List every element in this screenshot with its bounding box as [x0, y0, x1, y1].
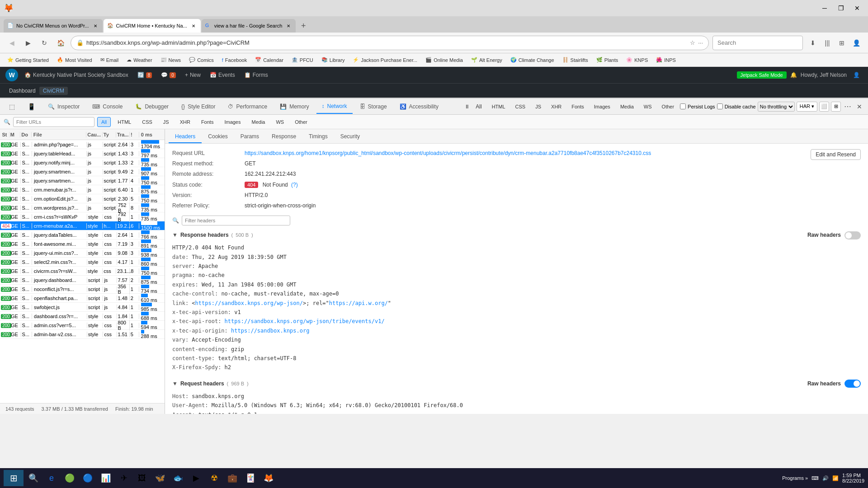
- wp-events[interactable]: 📅 Events: [207, 72, 238, 78]
- network-item-4[interactable]: 200 GE S... jquery.smartmen... js script…: [0, 167, 165, 176]
- js-filter[interactable]: JS: [531, 102, 545, 112]
- bookmark-jackson[interactable]: ⚡ Jackson Purchase Ener...: [349, 55, 421, 66]
- tab-memory[interactable]: 💾 Memory: [274, 99, 314, 114]
- taskbar-icon-9[interactable]: ▶: [188, 470, 204, 486]
- bookmark-knps[interactable]: 🌸 KNPS: [623, 55, 651, 66]
- more-tools-button[interactable]: ⋯: [843, 102, 853, 112]
- bookmark-stairlifts[interactable]: 🪜 Stairlifts: [559, 55, 592, 66]
- network-item-12[interactable]: 200 GE S... font-awesome.mi... style css…: [0, 239, 165, 249]
- network-item-13[interactable]: 200 GE S... jquery-ui.min.css?... style …: [0, 249, 165, 258]
- network-item-17[interactable]: 200 GE S... noconflict.js?r=s... script …: [0, 285, 165, 294]
- disable-cache-label[interactable]: Disable cache: [717, 103, 756, 109]
- network-item-2[interactable]: 200 GE S... jquery.tableHead... js scrip…: [0, 149, 165, 158]
- js-type-filter[interactable]: JS: [159, 117, 173, 127]
- forward-button[interactable]: ▶: [22, 37, 34, 49]
- all-type-filter[interactable]: All: [97, 117, 111, 127]
- network-item-19[interactable]: 200 GE S... swfobject.js script js 4.84 …: [0, 303, 165, 312]
- bookmark-library[interactable]: 📚 Library: [318, 55, 349, 66]
- dock-button[interactable]: ⊞: [831, 102, 841, 112]
- detach-button[interactable]: ⬜: [819, 102, 829, 112]
- sidebar-icon[interactable]: |||: [821, 37, 834, 49]
- wp-new[interactable]: + New: [182, 72, 203, 78]
- download-icon[interactable]: ⬇: [807, 37, 819, 49]
- taskbar-icon-11[interactable]: 💼: [224, 470, 241, 486]
- network-item-8[interactable]: 200 GE S... crm.wordpress.js?... js scri…: [0, 203, 165, 212]
- network-item-7[interactable]: 200 GE S... crm.optionEdit.js?... js scr…: [0, 194, 165, 203]
- bookmark-news[interactable]: 📰 News: [157, 55, 185, 66]
- throttle-select[interactable]: No throttling: [758, 102, 795, 112]
- wp-site-name[interactable]: 🏠 Kentucky Native Plant Society Sandbox: [22, 72, 131, 78]
- keyboard-icon[interactable]: ⌨: [811, 475, 819, 481]
- wp-comments[interactable]: 💬 0: [158, 72, 179, 78]
- response-headers-chevron[interactable]: ▼: [172, 231, 178, 239]
- restore-button[interactable]: ❐: [834, 2, 848, 14]
- new-tab-button[interactable]: +: [297, 19, 310, 33]
- taskbar-icon-7[interactable]: 🦋: [152, 470, 168, 486]
- wp-updates[interactable]: 🔄 8: [135, 72, 155, 78]
- bookmark-alt-energy[interactable]: 🌱 Alt Energy: [467, 55, 506, 66]
- notification-icon[interactable]: 🔔: [790, 72, 797, 78]
- network-item-11[interactable]: 200 GE S... jquery.dataTables... style c…: [0, 230, 165, 239]
- css-type-filter[interactable]: CSS: [138, 117, 156, 127]
- media-type-filter[interactable]: Media: [247, 117, 269, 127]
- tab-2-close[interactable]: ✕: [190, 22, 197, 29]
- network-item-9[interactable]: 200 GE S... crm-i.css?r=sWKvP style css …: [0, 212, 165, 221]
- edit-resend-button[interactable]: Edit and Resend: [811, 149, 861, 160]
- filter-urls-input[interactable]: [13, 117, 94, 127]
- media-filter[interactable]: Media: [616, 102, 638, 112]
- taskbar-photos[interactable]: 🖼: [134, 470, 150, 486]
- tab-3[interactable]: G view a har file - Google Search ✕: [202, 19, 296, 33]
- tab-storage[interactable]: 🗄 Storage: [354, 99, 392, 114]
- url-bar[interactable]: 🔒 https://sandbox.knps.org/wp-admin/admi…: [71, 36, 709, 50]
- status-help-icon[interactable]: (?): [291, 182, 298, 188]
- bookmark-plants[interactable]: 🌿 Plants: [593, 55, 622, 66]
- raw-headers-switch-response[interactable]: [844, 231, 861, 239]
- html-type-filter[interactable]: HTML: [113, 117, 135, 127]
- filter-headers-input[interactable]: [182, 216, 290, 225]
- jetpack-badge[interactable]: Jetpack Safe Mode: [737, 71, 787, 79]
- network-item-5[interactable]: 200 GE S... jquery.smartmen... js script…: [0, 176, 165, 185]
- tab-inspector[interactable]: 🔍 Inspector: [42, 99, 85, 114]
- tab-debugger[interactable]: 🐛 Debugger: [130, 99, 174, 114]
- zoom-icon[interactable]: ⊞: [835, 37, 848, 49]
- back-button[interactable]: ◀: [5, 37, 18, 49]
- html-filter[interactable]: HTML: [488, 102, 509, 112]
- search-input[interactable]: [712, 36, 803, 50]
- bookmark-climate[interactable]: 🌍 Climate Change: [507, 55, 558, 66]
- tab-console[interactable]: ⌨ Console: [87, 99, 128, 114]
- tab-accessibility[interactable]: ♿ Accessibility: [394, 99, 444, 114]
- bookmark-pfcu[interactable]: 🏦 PFCU: [288, 55, 317, 66]
- profile-icon[interactable]: 👤: [850, 37, 863, 49]
- close-devtools-button[interactable]: ✕: [854, 102, 864, 112]
- wp-forms[interactable]: 📋 Forms: [241, 72, 271, 78]
- tab-headers[interactable]: Headers: [169, 131, 202, 143]
- wp-logo[interactable]: W: [5, 69, 18, 81]
- taskbar-icon-5[interactable]: ✈: [116, 470, 132, 486]
- network-item-1[interactable]: 200 GE S... admin.php?page=... js script…: [0, 140, 165, 149]
- fonts-filter[interactable]: Fonts: [567, 102, 588, 112]
- tab-timings[interactable]: Timings: [302, 131, 334, 143]
- tab-1-close[interactable]: ✕: [92, 22, 99, 29]
- raw-headers-switch-request[interactable]: [844, 380, 861, 388]
- disable-cache-checkbox[interactable]: [717, 103, 723, 109]
- tab-cookies[interactable]: Cookies: [202, 131, 234, 143]
- network-item-10-selected[interactable]: 404 GE S... crm-menubar.a2a... style h..…: [0, 221, 165, 230]
- network-item-22[interactable]: 200 GE S... admin-bar-v2.css... style cs…: [0, 330, 165, 339]
- tab-performance[interactable]: ⏱ Performance: [222, 99, 273, 114]
- devtools-pick-element[interactable]: ⬚: [4, 99, 20, 114]
- network-item-14[interactable]: 200 GE S... select2.min.css?r... style c…: [0, 258, 165, 267]
- xhr-filter[interactable]: XHR: [547, 102, 566, 112]
- network-item-15[interactable]: 200 GE S... civicrm.css?r=sW... style cs…: [0, 267, 165, 276]
- submenu-civicrm[interactable]: CiviCRM: [39, 87, 68, 95]
- pause-icon[interactable]: ⏸: [464, 103, 470, 110]
- persist-logs-label[interactable]: Persist Logs: [680, 103, 715, 109]
- network-list-scroll[interactable]: 200 GE S... admin.php?page=... js script…: [0, 140, 165, 403]
- taskbar-network[interactable]: 📶: [832, 475, 839, 481]
- devtools-responsive[interactable]: 📱: [22, 99, 41, 114]
- tab-2[interactable]: 🏠 CiviCRM Home • Kentucky Na... ✕: [104, 19, 201, 33]
- bookmark-comics[interactable]: 💬 Comics: [185, 55, 217, 66]
- bookmark-most-visited[interactable]: 🔥 Most Visited: [53, 55, 96, 66]
- home-button[interactable]: 🏠: [54, 37, 67, 49]
- taskbar-icon-4[interactable]: 📊: [98, 470, 114, 486]
- other-type-filter[interactable]: Other: [291, 117, 311, 127]
